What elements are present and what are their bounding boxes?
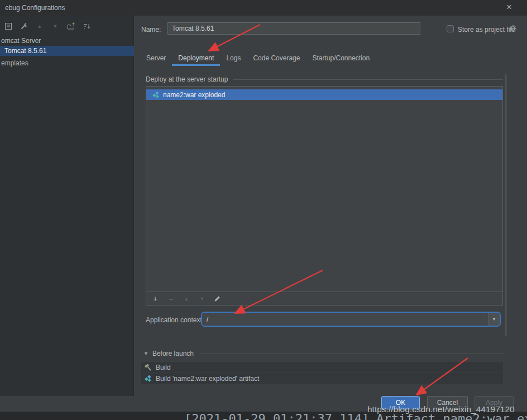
tab-code-coverage[interactable]: Code Coverage — [247, 50, 306, 66]
tab-logs[interactable]: Logs — [220, 50, 247, 66]
deployment-list[interactable]: name2:war exploded — [146, 86, 503, 292]
before-launch-list: Build Build 'name2:war exploded' artifac… — [141, 362, 503, 384]
section-divider — [233, 79, 503, 80]
before-launch-item-build[interactable]: Build — [141, 362, 503, 373]
sidebar-toolbar: ▲ ▼ — [3, 21, 92, 31]
close-icon: × — [506, 2, 512, 12]
list-item-name2-war-exploded[interactable]: name2:war exploded — [146, 89, 502, 100]
tab-deployment[interactable]: Deployment — [172, 50, 220, 66]
sort-icon[interactable] — [82, 21, 92, 31]
before-launch-item-build-artifact[interactable]: Build 'name2:war exploded' artifact — [141, 373, 503, 384]
application-context-combobox: ▼ — [201, 312, 501, 327]
remove-icon[interactable]: − — [166, 294, 175, 303]
before-launch-item-label: Build 'name2:war exploded' artifact — [156, 375, 259, 383]
artifact-icon — [152, 91, 160, 99]
sidebar-item-tomcat-server[interactable]: omcat Server — [1, 37, 41, 45]
edit-pencil-icon[interactable] — [213, 295, 222, 303]
name-input[interactable] — [167, 22, 420, 35]
before-launch-title: Before launch — [152, 350, 194, 357]
wrench-icon[interactable] — [19, 21, 29, 31]
store-as-project-file-checkbox[interactable] — [447, 25, 454, 32]
before-launch-item-label: Build — [156, 364, 171, 371]
vertical-scrollbar[interactable] — [505, 74, 507, 336]
move-up-icon[interactable]: ▲ — [182, 294, 191, 303]
config-tabs: Server Deployment Logs Code Coverage Sta… — [140, 50, 376, 66]
deploy-section-header: Deploy at the server startup — [146, 75, 503, 83]
application-context-input[interactable] — [202, 313, 488, 326]
configurations-sidebar: ▲ ▼ omcat Server Tomcat 8.5.61 emplates — [0, 16, 134, 396]
watermark-text: https://blog.csdn.net/weixin_44197120 — [367, 404, 515, 414]
gear-icon[interactable] — [509, 25, 517, 32]
move-down-icon[interactable]: ▼ — [50, 21, 60, 31]
move-up-icon[interactable]: ▲ — [35, 21, 45, 31]
close-button[interactable]: × — [504, 2, 515, 13]
before-launch-header: ▼ Before launch — [143, 350, 503, 357]
application-context-label: Application context: — [146, 316, 204, 324]
tab-server[interactable]: Server — [140, 50, 172, 66]
hammer-icon — [144, 364, 152, 371]
collapse-triangle-icon[interactable]: ▼ — [143, 351, 148, 356]
deploy-section-title: Deploy at the server startup — [146, 75, 228, 83]
debug-configurations-dialog: ebug Configurations × ▲ ▼ omcat Server T… — [0, 0, 527, 420]
dialog-title: ebug Configurations — [5, 4, 65, 12]
store-as-project-file-label: Store as project file — [458, 26, 515, 34]
tab-startup-connection[interactable]: Startup/Connection — [306, 50, 376, 66]
templates-list-icon[interactable] — [3, 21, 13, 31]
chevron-down-icon: ▼ — [492, 317, 496, 322]
new-folder-icon[interactable] — [66, 21, 76, 31]
name-label: Name: — [141, 26, 161, 34]
deployment-list-toolbar: + − ▲ ▼ — [146, 292, 503, 306]
add-icon[interactable]: + — [151, 294, 160, 303]
move-down-icon[interactable]: ▼ — [198, 294, 207, 303]
titlebar: ebug Configurations × — [0, 0, 527, 16]
artifact-icon — [144, 375, 152, 383]
list-item-label: name2:war exploded — [163, 91, 225, 99]
sidebar-item-tomcat-8561[interactable]: Tomcat 8.5.61 — [0, 46, 134, 56]
section-divider — [199, 354, 503, 354]
dropdown-button[interactable]: ▼ — [488, 313, 500, 326]
sidebar-item-templates[interactable]: emplates — [1, 59, 28, 67]
